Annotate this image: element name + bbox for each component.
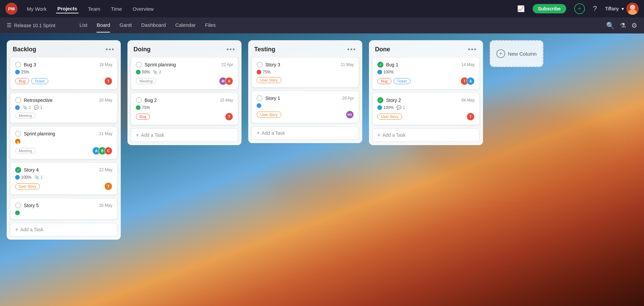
card-meta-story5 [15, 210, 112, 215]
nav-projects[interactable]: Projects [56, 4, 78, 13]
tag-meeting-sprint[interactable]: Meeting [15, 148, 36, 154]
checkbox-story3[interactable] [257, 62, 263, 68]
checkbox-bug2[interactable] [136, 97, 142, 103]
paperclip-icon: 📎 [153, 70, 158, 74]
checkbox-story2[interactable]: ✓ [377, 97, 383, 103]
card-date-bug1: 14 May [462, 62, 475, 67]
tag-userstory-story2[interactable]: User Story [377, 114, 402, 120]
settings-icon[interactable]: ⚙ [631, 21, 637, 29]
card-date-retro: 20 May [99, 98, 112, 103]
card-title-story5: Story 5 [24, 203, 97, 208]
nav-my-work[interactable]: My Work [25, 5, 48, 13]
card-date-story1: 28 Apr [342, 96, 354, 101]
logo[interactable]: PM [5, 3, 17, 15]
checkbox-story1[interactable] [257, 95, 263, 101]
column-menu-testing[interactable]: ••• [347, 46, 356, 53]
tab-files[interactable]: Files [205, 18, 216, 33]
new-column-button[interactable]: + New Column [490, 40, 543, 67]
avatars-story1: MS [346, 111, 354, 119]
column-body-doing: Sprint planning 22 Apr 50% 📎2 [127, 57, 241, 128]
tags-sprint-doing: Meeting [136, 78, 156, 84]
checkbox-bug1[interactable]: ✓ [377, 62, 383, 68]
column-title-doing: Doing [133, 46, 151, 53]
checkbox-bug3[interactable] [15, 62, 21, 68]
analytics-icon[interactable]: 📈 [517, 5, 525, 12]
tag-ticket[interactable]: Ticket [31, 78, 48, 84]
add-task-done[interactable]: + Add a Task [372, 128, 480, 142]
card-bottom-sprint-backlog: Meeting A B C [15, 147, 112, 155]
plus-icon: + [15, 227, 18, 233]
card-story5: Story 5 25 May [10, 198, 117, 220]
card-bottom-story2: User Story T [377, 113, 475, 121]
subscribe-button[interactable]: Subscribe [533, 4, 566, 13]
paperclip-icon: 📎 [34, 175, 39, 180]
card-date-story5: 25 May [99, 203, 112, 208]
card-bottom-bug3: Bug Ticket T [15, 77, 112, 85]
column-menu-done[interactable]: ••• [468, 46, 477, 53]
card-meta-bug2: 75% [136, 105, 233, 110]
user-menu[interactable]: Tiffany ▾ [605, 3, 639, 15]
checkbox-story5[interactable] [15, 202, 21, 208]
column-done: Done ••• ✓ Bug 1 14 May 100% [369, 40, 483, 145]
card-bottom-sprint-doing: Meeting M A [136, 77, 233, 85]
tags-sprint-backlog: Meeting [15, 148, 36, 154]
add-task-testing[interactable]: + Add a Task [252, 126, 359, 140]
tag-bug-bug1[interactable]: Bug [377, 78, 391, 84]
progress-story4: 100% [15, 175, 32, 180]
card-meta-sprint-doing: 50% 📎2 [136, 70, 233, 74]
help-icon[interactable]: ? [593, 4, 597, 13]
avatar[interactable] [627, 3, 639, 15]
nav-team[interactable]: Team [87, 5, 102, 13]
tab-list[interactable]: List [79, 18, 87, 33]
checkbox-sprint-backlog[interactable] [15, 131, 21, 137]
card-meta-story3: 75% [257, 70, 354, 74]
tab-calendar[interactable]: Calendar [175, 18, 196, 33]
card-date-bug2: 15 May [220, 98, 233, 103]
card-top-bug1: ✓ Bug 1 14 May [377, 62, 475, 68]
column-menu-doing[interactable]: ••• [226, 46, 235, 53]
add-button[interactable]: + [574, 3, 585, 14]
tag-meeting-sprint-doing[interactable]: Meeting [136, 78, 156, 84]
checkbox-retro[interactable] [15, 97, 21, 103]
column-testing: Testing ••• Story 3 11 May 75% [248, 40, 362, 143]
nav-time[interactable]: Time [110, 5, 123, 13]
checkbox-sprint-doing[interactable] [136, 62, 142, 68]
hamburger-icon[interactable]: ☰ [7, 22, 11, 28]
tab-board[interactable]: Board [97, 18, 110, 33]
progress-dot-story2 [377, 105, 382, 110]
column-menu-backlog[interactable]: ••• [106, 46, 115, 53]
search-icon[interactable]: 🔍 [606, 21, 614, 29]
tag-bug-bug2[interactable]: Bug [136, 114, 150, 120]
card-bottom-bug2: Bug T [136, 113, 233, 121]
checkbox-story4[interactable]: ✓ [15, 167, 21, 173]
tag-ticket-bug1[interactable]: Ticket [393, 78, 411, 84]
avatar-item: T [467, 113, 475, 121]
tags-bug3: Bug Ticket [15, 78, 48, 84]
avatar-item: MS [346, 111, 354, 119]
card-date-story3: 11 May [341, 62, 354, 67]
tab-gantt[interactable]: Gantt [119, 18, 132, 33]
chevron-down-icon: ▾ [622, 6, 624, 11]
card-bottom-bug1: Bug Ticket T A [377, 77, 475, 85]
avatar-item: A [467, 77, 475, 85]
column-body-done: ✓ Bug 1 14 May 100% Bug Ticket [369, 57, 483, 128]
tag-userstory-story1[interactable]: User Story [257, 112, 281, 118]
new-column-plus-icon: + [496, 49, 505, 58]
tags-bug2: Bug [136, 114, 150, 120]
nav-overview[interactable]: Overview [131, 5, 155, 13]
add-task-doing[interactable]: + Add a Task [131, 128, 238, 142]
plus-icon: + [136, 132, 139, 138]
progress-sprint-backlog: 🔥 [15, 139, 20, 144]
card-title-bug1: Bug 1 [386, 62, 459, 67]
card-title-story4: Story 4 [24, 167, 97, 173]
progress-dot-retro [15, 105, 20, 110]
card-story3: Story 3 11 May 75% User Story [252, 57, 359, 87]
tag-userstory-story4[interactable]: User Story [15, 183, 40, 189]
card-date-story2: 04 May [462, 98, 475, 103]
tag-userstory-story3[interactable]: User Story [257, 77, 281, 83]
tag-meeting-retro[interactable]: Meeting [15, 113, 36, 119]
tab-dashboard[interactable]: Dashboard [141, 18, 166, 33]
add-task-backlog[interactable]: + Add a Task [10, 223, 117, 236]
tag-bug[interactable]: Bug [15, 78, 29, 84]
filter-icon[interactable]: ⚗ [620, 21, 626, 29]
